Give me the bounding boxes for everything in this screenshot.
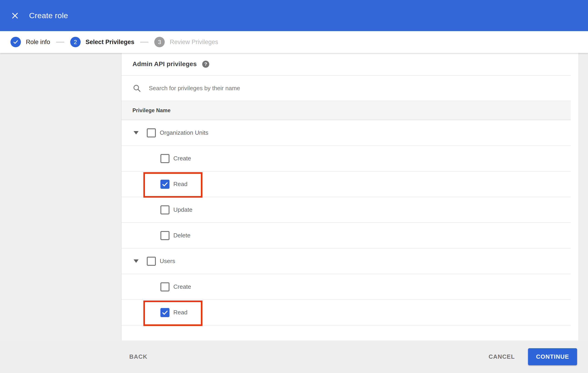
users-checkbox[interactable] [147, 257, 156, 266]
help-icon[interactable]: ? [202, 61, 209, 68]
check-icon [162, 181, 168, 188]
privilege-group-row-users: Users [122, 249, 571, 274]
privilege-label: Read [173, 181, 188, 188]
privilege-label: Create [173, 155, 191, 162]
privilege-label: Create [173, 283, 191, 290]
left-background-panel [0, 53, 122, 341]
check-icon [13, 39, 19, 45]
create-checkbox[interactable] [160, 282, 169, 291]
update-checkbox[interactable] [160, 205, 169, 214]
collapse-triangle-icon[interactable] [134, 259, 139, 263]
app-bar: Create role [0, 0, 588, 31]
create-checkbox[interactable] [160, 154, 169, 163]
search-input[interactable] [148, 84, 489, 92]
annotation-red-box [143, 300, 202, 326]
step-number-circle: 3 [154, 37, 165, 47]
privilege-label: Users [160, 258, 175, 265]
cancel-button[interactable]: CANCEL [487, 350, 517, 364]
step-select-privileges[interactable]: 2 Select Privileges [70, 37, 135, 47]
privilege-row-organization-units-read: Read [122, 172, 571, 197]
back-button[interactable]: BACK [127, 350, 149, 364]
privilege-rows: Organization UnitsCreateReadUpdateDelete… [122, 120, 571, 326]
privilege-row-organization-units-delete: Delete [122, 223, 571, 249]
privilege-row-users-read: Read [122, 300, 571, 326]
privileges-panel: Admin API privileges ? Privilege Name Or… [122, 53, 578, 341]
privilege-row-organization-units-update: Update [122, 197, 571, 223]
privilege-search-row [122, 76, 571, 101]
right-background-strip [578, 53, 588, 341]
read-checkbox[interactable] [160, 180, 169, 189]
privilege-label: Update [173, 206, 192, 213]
step-label: Select Privileges [86, 39, 135, 46]
close-icon[interactable] [10, 11, 20, 21]
panel-heading: Admin API privileges [132, 61, 197, 68]
footer-bar: BACK CANCEL CONTINUE [0, 341, 588, 373]
step-label: Review Privileges [170, 39, 218, 46]
read-checkbox[interactable] [160, 308, 169, 317]
step-number-circle: 2 [70, 37, 81, 47]
collapse-triangle-icon[interactable] [134, 131, 139, 135]
step-connector [140, 42, 148, 42]
delete-checkbox[interactable] [160, 231, 169, 240]
privilege-group-row-organization-units: Organization Units [122, 120, 571, 146]
stepper: Role info 2 Select Privileges 3 Review P… [0, 31, 588, 53]
annotation-red-box [143, 172, 202, 198]
privilege-row-users-create: Create [122, 274, 571, 300]
step-check-circle [10, 37, 21, 47]
step-role-info[interactable]: Role info [10, 37, 50, 47]
step-connector [56, 42, 64, 42]
table-column-header: Privilege Name [122, 101, 571, 120]
continue-button[interactable]: CONTINUE [528, 348, 577, 365]
step-review-privileges[interactable]: 3 Review Privileges [154, 37, 218, 47]
privilege-row-organization-units-create: Create [122, 146, 571, 172]
create-role-dialog: { "app_bar": { "title": "Create role" },… [0, 0, 588, 373]
search-icon [132, 84, 141, 93]
organization-units-checkbox[interactable] [147, 128, 156, 137]
check-icon [162, 309, 168, 316]
panel-heading-row: Admin API privileges ? [122, 53, 571, 76]
content-region: Admin API privileges ? Privilege Name Or… [0, 53, 588, 341]
privilege-label: Organization Units [160, 129, 208, 136]
privilege-label: Read [173, 309, 188, 316]
privilege-label: Delete [173, 232, 190, 239]
step-label: Role info [26, 39, 50, 46]
dialog-title: Create role [29, 11, 68, 20]
privileges-table: Admin API privileges ? Privilege Name Or… [122, 53, 571, 326]
